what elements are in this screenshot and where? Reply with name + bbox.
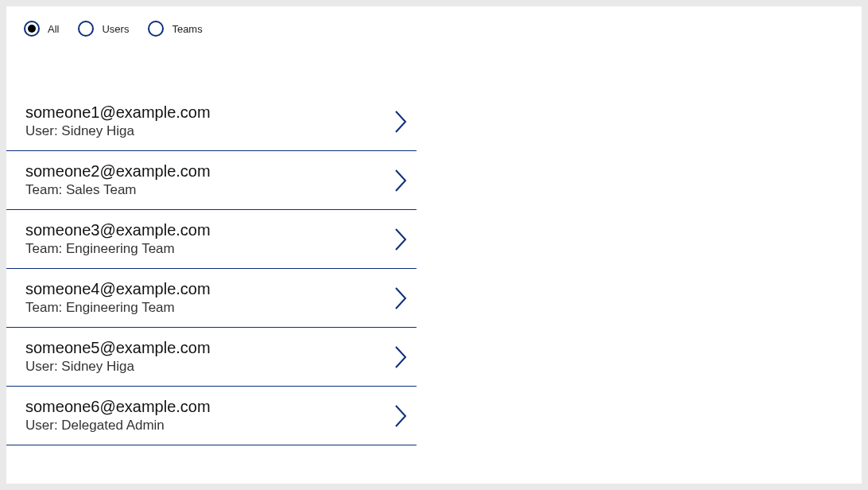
radio-icon	[78, 21, 94, 37]
chevron-right-icon	[394, 345, 409, 369]
list-item-email: someone3@example.com	[25, 221, 211, 239]
chevron-right-icon	[394, 404, 409, 428]
list-item-email: someone2@example.com	[25, 162, 211, 181]
chevron-right-icon	[394, 110, 409, 134]
list-item-subtitle: Team: Engineering Team	[25, 241, 211, 257]
list-item-subtitle: Team: Engineering Team	[25, 300, 211, 316]
filter-radio-users[interactable]: Users	[78, 21, 129, 37]
radio-label: Users	[102, 23, 129, 35]
list-item[interactable]: someone2@example.com Team: Sales Team	[6, 151, 417, 210]
list-item[interactable]: someone5@example.com User: Sidney Higa	[6, 328, 417, 387]
chevron-right-icon	[394, 228, 409, 251]
list-item-text: someone5@example.com User: Sidney Higa	[25, 339, 211, 375]
list-item-subtitle: User: Sidney Higa	[25, 359, 211, 375]
filter-radio-teams[interactable]: Teams	[148, 21, 202, 37]
filter-radio-group: All Users Teams	[6, 6, 862, 51]
radio-label: Teams	[172, 23, 202, 35]
filter-radio-all[interactable]: All	[24, 21, 59, 37]
list-item-text: someone6@example.com User: Delegated Adm…	[25, 398, 211, 434]
list-item[interactable]: someone6@example.com User: Delegated Adm…	[6, 387, 417, 445]
list-item-email: someone5@example.com	[25, 339, 211, 357]
list-item[interactable]: someone1@example.com User: Sidney Higa	[6, 92, 417, 151]
radio-label: All	[48, 23, 59, 35]
chevron-right-icon	[394, 169, 409, 192]
list-item-subtitle: User: Sidney Higa	[25, 123, 211, 139]
list-item-email: someone6@example.com	[25, 398, 211, 416]
list-item-text: someone4@example.com Team: Engineering T…	[25, 280, 211, 316]
list-item[interactable]: someone3@example.com Team: Engineering T…	[6, 210, 417, 269]
list-item-text: someone1@example.com User: Sidney Higa	[25, 103, 211, 139]
list-item-subtitle: Team: Sales Team	[25, 182, 211, 198]
list-item-subtitle: User: Delegated Admin	[25, 418, 211, 434]
results-list[interactable]: someone1@example.com User: Sidney Higa s…	[6, 92, 417, 477]
radio-icon	[24, 21, 40, 37]
list-item-text: someone2@example.com Team: Sales Team	[25, 162, 211, 198]
list-item[interactable]: someone4@example.com Team: Engineering T…	[6, 269, 417, 328]
radio-icon	[148, 21, 164, 37]
list-item-email: someone1@example.com	[25, 103, 211, 122]
list-item-email: someone4@example.com	[25, 280, 211, 298]
main-panel: All Users Teams someone1@example.com Use…	[6, 6, 862, 484]
chevron-right-icon	[394, 286, 409, 310]
list-item-text: someone3@example.com Team: Engineering T…	[25, 221, 211, 257]
